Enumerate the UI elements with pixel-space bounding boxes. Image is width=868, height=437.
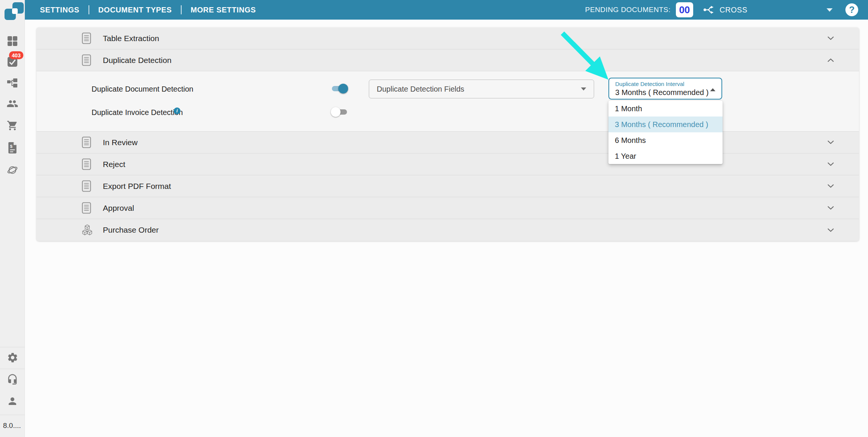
notification-badge: 403: [9, 51, 23, 59]
svg-text:$: $: [10, 144, 13, 149]
nav-separator: [181, 5, 182, 14]
section-export-pdf-format[interactable]: Export PDF Format: [37, 175, 859, 197]
cubes-icon: [82, 224, 93, 236]
caret-down-icon: [581, 87, 586, 90]
document-icon: [82, 54, 91, 66]
user-profile-icon[interactable]: [0, 396, 25, 407]
duplicate-detection-interval-select[interactable]: Duplicate Detection Interval 3 Months ( …: [608, 78, 722, 100]
topbar-right: PENDING DOCUMENTS: 00 CROSS ?: [585, 2, 868, 17]
shopping-cart-icon[interactable]: [0, 120, 25, 131]
chevron-down-icon[interactable]: [827, 36, 834, 40]
toggle-thumb: [338, 84, 348, 94]
settings-gear-icon[interactable]: [0, 352, 25, 363]
duplicate-document-detection-toggle[interactable]: [331, 84, 348, 94]
duplicate-document-detection-label: Duplicate Document Detection: [92, 85, 193, 94]
workflow-tree-icon[interactable]: [0, 78, 25, 88]
chevron-down-icon[interactable]: [827, 206, 834, 210]
info-icon[interactable]: i: [174, 107, 180, 114]
section-purchase-order[interactable]: Purchase Order: [37, 219, 859, 241]
nav-separator: [89, 5, 89, 14]
account-dropdown-caret-icon[interactable]: [827, 8, 833, 12]
document-icon: [82, 202, 91, 214]
globe-orbit-icon[interactable]: [0, 164, 25, 176]
section-label: Duplicate Detection: [103, 56, 171, 65]
nav-more-settings[interactable]: MORE SETTINGS: [191, 6, 256, 14]
section-label: Purchase Order: [103, 225, 159, 235]
nav-document-types[interactable]: DOCUMENT TYPES: [98, 6, 172, 14]
section-in-review[interactable]: In Review: [37, 132, 859, 153]
section-label: Table Extraction: [103, 34, 159, 43]
duplicate-detection-fields-select[interactable]: Duplicate Detection Fields: [369, 80, 594, 98]
menu-option-6-months[interactable]: 6 Months: [608, 132, 723, 148]
interval-select-texts: Duplicate Detection Interval 3 Months ( …: [615, 81, 709, 99]
chevron-down-icon[interactable]: [827, 228, 834, 232]
help-icon[interactable]: ?: [845, 3, 858, 16]
sidebar-divider: [0, 347, 25, 347]
pending-documents-label: PENDING DOCUMENTS:: [585, 6, 671, 14]
chevron-down-icon[interactable]: [827, 184, 834, 188]
document-icon: [82, 136, 91, 148]
section-approval[interactable]: Approval: [37, 197, 859, 219]
fields-select-value: Duplicate Detection Fields: [377, 85, 464, 94]
chevron-up-icon[interactable]: [827, 58, 834, 62]
section-table-extraction[interactable]: Table Extraction: [37, 28, 859, 49]
document-types-panel: Table Extraction Duplicate Detection Dup…: [37, 28, 859, 241]
account-name-label: CROSS: [720, 6, 747, 14]
support-headset-icon[interactable]: [0, 374, 25, 385]
app-logo-icon[interactable]: [5, 2, 24, 22]
top-navigation: SETTINGS DOCUMENT TYPES MORE SETTINGS: [40, 5, 256, 14]
chevron-down-icon[interactable]: [827, 162, 834, 166]
section-reject[interactable]: Reject: [37, 153, 859, 175]
section-label: Export PDF Format: [103, 182, 171, 191]
toggle-thumb: [331, 107, 341, 117]
logo-notch: [12, 8, 18, 14]
nav-settings[interactable]: SETTINGS: [40, 6, 79, 14]
document-icon: [82, 180, 91, 192]
duplicate-invoice-detection-label: Duplicate Invoice Detection: [92, 108, 183, 117]
section-label: In Review: [103, 138, 138, 147]
duplicate-invoice-detection-toggle[interactable]: [331, 107, 348, 117]
document-icon: [82, 158, 91, 170]
version-label: 8.0....: [3, 422, 21, 430]
menu-option-1-month[interactable]: 1 Month: [608, 101, 723, 117]
users-icon[interactable]: [0, 99, 25, 109]
caret-up-icon: [710, 88, 715, 91]
menu-option-1-year[interactable]: 1 Year: [608, 148, 723, 164]
interval-select-value: 3 Months ( Recommended ): [615, 88, 709, 97]
dashboard-grid-icon[interactable]: [0, 36, 25, 46]
section-label: Approval: [103, 204, 134, 213]
chevron-down-icon[interactable]: [827, 140, 834, 144]
branch-merge-icon: [703, 5, 715, 15]
menu-option-3-months[interactable]: 3 Months ( Recommended ): [608, 117, 723, 132]
sidebar-divider: [0, 415, 25, 415]
pending-documents-count[interactable]: 00: [676, 2, 693, 17]
app-root: 403: [0, 0, 868, 437]
sidebar: 403: [0, 0, 25, 437]
topbar: SETTINGS DOCUMENT TYPES MORE SETTINGS PE…: [25, 0, 868, 20]
invoice-document-icon[interactable]: $: [0, 142, 25, 154]
duplicate-detection-body: Duplicate Document Detection Duplicate I…: [37, 71, 859, 132]
sidebar-divider: [0, 369, 25, 369]
interval-select-label: Duplicate Detection Interval: [615, 81, 709, 87]
section-label: Reject: [103, 160, 125, 169]
document-icon: [82, 32, 91, 44]
interval-dropdown-menu: 1 Month 3 Months ( Recommended ) 6 Month…: [608, 101, 723, 164]
section-duplicate-detection[interactable]: Duplicate Detection: [37, 49, 859, 71]
